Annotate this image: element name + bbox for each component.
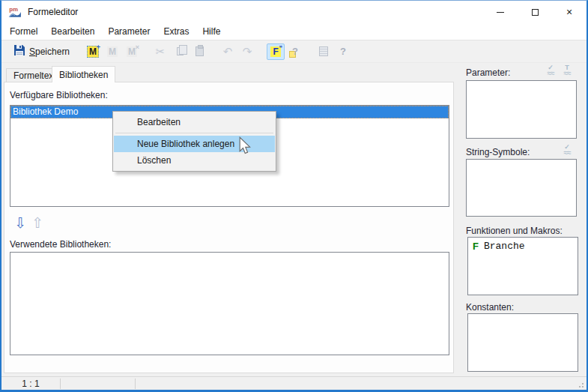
resize-grip-icon[interactable] [577,381,584,388]
copy-icon [177,47,184,55]
minimize-button[interactable] [483,1,518,23]
status-bar: 1 : 1 [1,376,587,390]
window-controls: × [483,1,587,23]
menu-bar: Formel Bearbeiten Parameter Extras Hilfe [1,23,587,40]
maximize-icon [532,9,539,16]
help-button[interactable]: ? [334,43,352,60]
context-menu: Bearbeiten Neue Bibliothek anlegen Lösch… [112,111,276,172]
parameter-check-icon[interactable]: ✓ ≈≈ [544,64,557,76]
menu-item-extras[interactable]: Extras [157,24,196,39]
string-symbols-list[interactable] [466,159,577,217]
save-icon [13,44,25,58]
close-icon: × [566,7,572,17]
context-menu-item-bearbeiten[interactable]: Bearbeiten [114,114,275,130]
maximize-button[interactable] [518,1,552,23]
report-icon [319,46,328,56]
macro-delete-button[interactable]: M × [123,43,141,60]
undo-icon: ↶ [223,46,233,57]
formeleditor-window: pm Formeleditor × Formel Bearbeiten Para… [0,0,588,392]
zoom-ratio: 1 : 1 [1,379,60,389]
scissors-icon: ✂ [156,46,166,57]
macro-edit-icon: M [107,46,118,57]
functions-macros-label: Funktionen und Makros: [466,226,563,236]
function-name: Branche [484,241,525,252]
undo-button[interactable]: ↶ [219,43,237,60]
save-button[interactable]: Speichern [9,42,74,61]
cut-button[interactable]: ✂ [151,43,169,60]
paste-icon [196,46,204,56]
used-libraries-list[interactable] [10,252,449,355]
menu-item-bearbeiten[interactable]: Bearbeiten [44,24,101,39]
function-item-branche[interactable]: F Branche [468,238,578,252]
move-down-button[interactable]: ⇩ [14,216,26,230]
main-area: Formeltext Bibliotheken Verfügbare Bibli… [1,63,587,376]
help-topic-button[interactable]: ? [286,43,304,60]
close-button[interactable]: × [552,1,587,23]
menu-item-parameter[interactable]: Parameter [101,24,157,39]
copy-button[interactable] [171,43,189,60]
report-button[interactable] [315,43,333,60]
window-title: Formeleditor [28,7,78,17]
menu-item-formel[interactable]: Formel [3,24,44,39]
tab-bibliotheken[interactable]: Bibliotheken [52,66,115,82]
menu-item-hilfe[interactable]: Hilfe [196,24,227,39]
parameter-text-icon[interactable]: T ≈≈ [560,64,574,76]
minimize-icon [497,12,504,13]
function-icon: F [473,241,479,252]
constants-label: Konstanten: [466,302,514,313]
move-up-button[interactable]: ⇧ [31,216,43,230]
title-bar: pm Formeleditor × [1,1,587,23]
help-icon: ? [340,46,346,57]
used-libraries-label: Verwendete Bibliotheken: [10,239,111,250]
constants-list[interactable] [467,313,578,372]
functions-macros-list[interactable]: F Branche [467,237,578,295]
paste-button[interactable] [190,43,208,60]
svg-text:pm: pm [9,6,18,13]
status-separator [60,379,61,389]
string-symbols-label: String-Symbole: [466,147,530,157]
redo-button[interactable]: ↷ [238,43,256,60]
status-separator [135,379,136,389]
parameter-list[interactable] [466,80,577,139]
available-libraries-label: Verfügbare Bibliotheken: [10,90,108,100]
redo-icon: ↷ [243,46,252,57]
macro-edit-button[interactable]: M [103,43,121,60]
toolbar: Speichern M + M M × ✂ ↶ ↷ [1,40,587,63]
macro-add-button[interactable]: M + [84,43,102,60]
context-menu-separator [115,133,273,133]
save-button-label: Speichern [29,46,70,57]
comment-toggle-button[interactable]: F ” [267,43,285,60]
string-check-icon[interactable]: ✓ ≈≈ [560,144,574,156]
app-icon: pm [8,5,22,19]
parameter-label: Parameter: [466,67,510,78]
help-topic-icon: ? [292,46,298,57]
mouse-cursor [238,136,251,157]
